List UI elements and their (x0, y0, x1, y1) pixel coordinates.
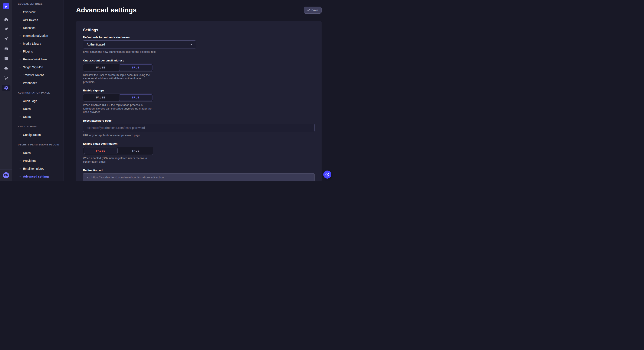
field-default-role: Default role for authenticated users Aut… (83, 36, 314, 54)
rail-icon-list (2, 16, 10, 91)
bullet-icon (20, 35, 20, 36)
bullet-icon (20, 12, 20, 12)
toggle-option-false[interactable]: FALSE (84, 148, 118, 154)
bullet-icon (20, 108, 20, 109)
toggle-option-true[interactable]: TRUE (119, 94, 152, 101)
field-label: Enable sign-ups (83, 89, 314, 92)
field-hint: It will attach the new authenticated use… (83, 50, 314, 54)
save-button[interactable]: Save (304, 6, 322, 14)
subnav-scrollbar-thumb[interactable] (62, 161, 63, 172)
redirection-url-input (83, 173, 314, 181)
page-title: Advanced settings (76, 6, 137, 14)
svg-text:?: ? (327, 174, 328, 176)
bullet-icon (20, 116, 20, 117)
rail-bottom-divider (0, 170, 12, 170)
select-value: Authenticated (87, 43, 105, 46)
bullet-icon (20, 59, 20, 60)
sidebar-item-admin-roles[interactable]: Roles (12, 105, 63, 113)
enable-sign-ups-toggle: FALSE TRUE (83, 94, 153, 102)
bullet-icon (20, 134, 20, 135)
subnav-section-email-plugin: EMAIL PLUGIN Configuration (12, 125, 63, 139)
field-reset-password-page: Reset password page URL of your applicat… (83, 119, 314, 137)
question-mark-icon: ? (325, 173, 330, 177)
section-label: GLOBAL SETTINGS (18, 2, 60, 5)
field-hint: When enabled (ON), new registered users … (83, 157, 156, 164)
email-confirmation-toggle: FALSE TRUE (83, 147, 153, 155)
sidebar-item-releases[interactable]: Releases (12, 24, 63, 32)
settings-subnav: GLOBAL SETTINGS Overview API Tokens Rele… (12, 0, 64, 181)
bullet-icon (20, 43, 20, 44)
check-icon (307, 9, 310, 11)
section-label: EMAIL PLUGIN (18, 125, 60, 128)
sidebar-item-audit-logs[interactable]: Audit Logs (12, 97, 63, 105)
field-label: Reset password page (83, 119, 314, 123)
paper-plane-icon[interactable] (2, 36, 10, 42)
sidebar-item-users[interactable]: Users (12, 113, 63, 121)
avatar[interactable]: KD (3, 172, 9, 178)
sidebar-item-email-templates[interactable]: Email templates (12, 165, 63, 173)
subnav-section-users-permissions: USERS & PERMISSIONS PLUGIN Roles Provide… (12, 143, 63, 180)
one-account-toggle: FALSE TRUE (83, 64, 153, 72)
home-icon[interactable] (2, 16, 10, 22)
field-label: Enable email confirmation (83, 142, 314, 146)
sidebar-item-transfer-tokens[interactable]: Transfer Tokens (12, 71, 63, 79)
section-label: USERS & PERMISSIONS PLUGIN (18, 143, 60, 146)
field-enable-sign-ups: Enable sign-ups FALSE TRUE When disabled… (83, 89, 314, 114)
shopping-cart-icon[interactable] (2, 75, 10, 81)
sidebar-item-single-sign-on[interactable]: Single Sign-On (12, 63, 63, 71)
strapi-logo-icon (4, 4, 8, 8)
media-library-icon[interactable] (2, 45, 10, 52)
settings-card: Settings Default role for authenticated … (76, 21, 322, 181)
toggle-option-true[interactable]: TRUE (118, 147, 153, 155)
bullet-icon (20, 27, 20, 28)
sidebar-item-up-roles[interactable]: Roles (12, 149, 63, 157)
page-header: Advanced settings Save (64, 0, 334, 14)
toggle-option-false[interactable]: FALSE (83, 64, 118, 71)
bullet-icon (20, 82, 20, 83)
reset-password-input[interactable] (83, 124, 314, 132)
sidebar-item-media-library[interactable]: Media Library (12, 39, 63, 47)
bullet-icon (20, 19, 20, 20)
field-redirection-url: Redirection url (83, 169, 314, 181)
sidebar-item-plugins[interactable]: Plugins (12, 47, 63, 55)
field-hint: When disabled (OFF), the registration pr… (83, 103, 156, 114)
default-role-select[interactable]: Authenticated (83, 40, 196, 48)
main-content: Advanced settings Save Settings Default … (64, 0, 334, 181)
sidebar-item-providers[interactable]: Providers (12, 157, 63, 165)
bullet-icon (20, 176, 20, 177)
section-label: ADMINISTRATION PANEL (18, 91, 60, 94)
help-button[interactable]: ? (323, 171, 331, 178)
strapi-logo[interactable] (3, 3, 9, 9)
bullet-icon (20, 101, 20, 101)
bullet-icon (20, 67, 20, 68)
field-label: Redirection url (83, 169, 314, 172)
sidebar-item-configuration[interactable]: Configuration (12, 131, 63, 139)
card-heading: Settings (83, 28, 314, 32)
field-hint: Disallow the user to create multiple acc… (83, 73, 156, 84)
field-enable-email-confirmation: Enable email confirmation FALSE TRUE Whe… (83, 142, 314, 164)
bullet-icon (20, 51, 20, 52)
bullet-icon (20, 75, 20, 75)
sidebar-item-review-workflows[interactable]: Review Workflows (12, 55, 63, 63)
sidebar-item-internationalization[interactable]: Internationalization (12, 32, 63, 39)
feather-icon[interactable] (2, 26, 10, 32)
bullet-icon (20, 168, 20, 169)
bullet-icon (20, 160, 20, 161)
bullet-icon (20, 153, 20, 153)
cloud-icon[interactable] (2, 65, 10, 71)
subnav-section-global: GLOBAL SETTINGS Overview API Tokens Rele… (12, 2, 63, 87)
field-one-account-per-email: One account per email address FALSE TRUE… (83, 59, 314, 84)
sidebar-item-webhooks[interactable]: Webhooks (12, 79, 63, 87)
field-label: One account per email address (83, 59, 314, 62)
chevron-down-icon (190, 44, 192, 45)
toggle-option-false[interactable]: FALSE (83, 94, 118, 101)
sidebar-item-overview[interactable]: Overview (12, 8, 63, 16)
subnav-section-admin-panel: ADMINISTRATION PANEL Audit Logs Roles Us… (12, 91, 63, 121)
sidebar-item-api-tokens[interactable]: API Tokens (12, 16, 63, 24)
layout-panel-icon[interactable] (2, 55, 10, 62)
field-hint: URL of your application's reset password… (83, 134, 314, 137)
field-label: Default role for authenticated users (83, 36, 314, 39)
sidebar-item-advanced-settings[interactable]: Advanced settings (12, 173, 63, 180)
toggle-option-true[interactable]: TRUE (119, 64, 152, 71)
settings-gear-icon[interactable] (2, 85, 10, 91)
